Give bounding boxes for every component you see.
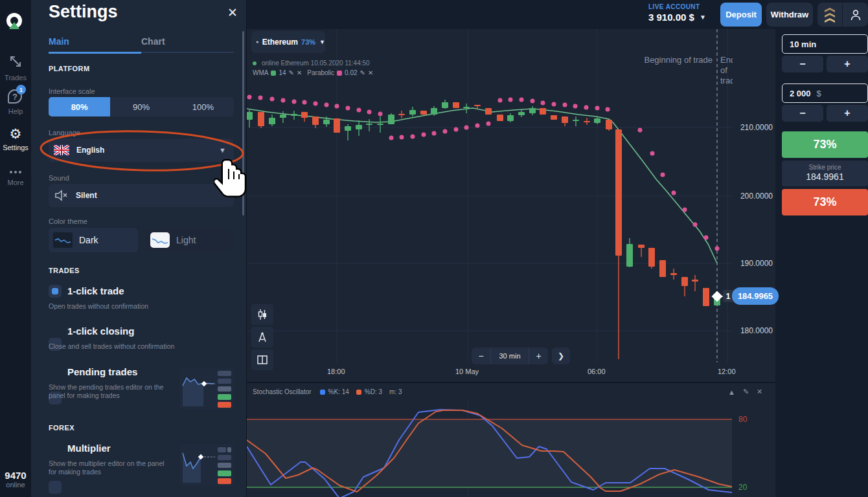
sidebar-item-more[interactable]: More — [0, 167, 31, 186]
buy-up-button[interactable]: 73% — [782, 131, 868, 158]
tab-main[interactable]: Main — [49, 36, 69, 47]
level-high-label: 80 — [738, 415, 747, 424]
multiplier-checkbox[interactable] — [49, 481, 62, 494]
layout-button[interactable] — [251, 349, 273, 370]
wma-value: 14 — [279, 69, 286, 76]
begin-of-trade-label: Beginning of trade — [635, 55, 713, 65]
timeframe-plus-button[interactable]: + — [529, 348, 548, 364]
m-value: m: 3 — [389, 388, 402, 395]
duration-minus-button[interactable]: − — [782, 56, 823, 72]
time-label: 06:00 — [588, 368, 606, 375]
asset-name: Ethereum — [262, 38, 298, 47]
sidebar-item-trades[interactable]: Trades — [0, 54, 31, 82]
close-icon[interactable]: ✕ — [227, 5, 238, 20]
indicator-row: WMA 14 ✎ ✕ Parabolic 0.02 ✎ ✕ — [253, 69, 373, 76]
sidebar-item-label: More — [0, 179, 31, 186]
interface-scale-control: 80% 90% 100% — [49, 97, 234, 116]
asset-status-text: online Ethereum 10.05.2020 11:44:50 — [262, 60, 370, 67]
chevron-down-icon: ▼ — [219, 146, 226, 154]
close-icon[interactable]: ✕ — [757, 388, 762, 396]
duration-input[interactable]: 10 min — [782, 34, 868, 54]
help-badge: 1 — [16, 85, 26, 94]
price-chart[interactable] — [247, 29, 732, 362]
settings-title: Settings — [49, 2, 118, 22]
deposit-button[interactable]: Deposit — [720, 3, 762, 27]
timeframe-value[interactable]: 30 min — [491, 348, 529, 364]
asset-selector[interactable]: Ethereum 73% ▼ — [251, 31, 325, 53]
light-theme-thumbnail-icon — [150, 232, 170, 248]
top-header: LIVE ACCOUNT 3 910.00 $ ▼ Deposit Withdr… — [247, 0, 868, 29]
sidebar-item-help[interactable]: ? 1 Help — [0, 89, 31, 115]
account-balance[interactable]: 3 910.00 $ ▼ — [648, 12, 706, 23]
panel-scrollbar[interactable] — [242, 31, 244, 215]
chevron-right-icon: ❯ — [552, 348, 570, 364]
language-label: Language — [49, 129, 80, 137]
chevron-down-icon: ▼ — [319, 39, 325, 45]
k-color-swatch — [320, 390, 325, 395]
app-logo[interactable] — [5, 12, 25, 35]
pending-trades-desc: Show the pending trades editor on the pa… — [49, 383, 175, 400]
d-value: %D: 3 — [365, 388, 382, 395]
duration-plus-button[interactable]: + — [827, 56, 868, 72]
achievements-button[interactable] — [817, 3, 842, 27]
amount-plus-button[interactable]: + — [827, 105, 868, 122]
interface-scale-label: Interface scale — [49, 87, 95, 95]
collapse-icon[interactable]: ▲ — [728, 388, 735, 396]
forex-heading: FOREX — [49, 424, 74, 432]
color-theme-label: Color theme — [49, 217, 87, 225]
chart-type-button[interactable] — [251, 304, 273, 325]
time-label: 18:00 — [327, 368, 345, 375]
multiplier-label: Multiplier — [67, 443, 111, 454]
uk-flag-icon — [54, 145, 69, 155]
theme-light-button[interactable]: Light — [146, 228, 234, 252]
amount-minus-button[interactable]: − — [782, 105, 823, 122]
speaker-muted-icon — [54, 190, 69, 201]
sound-label: Sound — [49, 174, 69, 182]
settings-panel: Settings ✕ Main Chart PLATFORM Interface… — [31, 0, 247, 497]
sound-value: Silent — [76, 191, 97, 200]
profile-button[interactable] — [843, 3, 868, 27]
theme-dark-button[interactable]: Dark — [49, 228, 138, 252]
scroll-right-button[interactable]: ❯ — [552, 348, 570, 364]
drawing-tools-button[interactable] — [251, 327, 273, 348]
parabolic-edit-icon[interactable]: ✎ — [360, 69, 365, 76]
wma-label: WMA — [253, 69, 268, 76]
edit-icon[interactable]: ✎ — [743, 388, 749, 396]
theme-dark-label: Dark — [79, 235, 98, 245]
buy-down-button[interactable]: 73% — [782, 189, 868, 215]
one-click-trade-desc: Open trades without confirmation — [49, 302, 204, 311]
tab-chart[interactable]: Chart — [141, 36, 165, 47]
scale-option-90[interactable]: 90% — [110, 97, 172, 116]
time-label: 12:00 — [718, 368, 736, 375]
k-value: %K: 14 — [328, 388, 349, 395]
platform-heading: PLATFORM — [49, 65, 90, 72]
oscillator-divider — [247, 382, 775, 383]
parabolic-remove-icon[interactable]: ✕ — [368, 69, 373, 76]
trade-panel: 10 min − + 2 000 $ − + 73% Strike price … — [775, 29, 868, 497]
scale-option-80[interactable]: 80% — [49, 97, 110, 116]
pending-trades-label: Pending trades — [67, 366, 137, 377]
one-click-trade-checkbox[interactable] — [49, 285, 62, 298]
candlestick-icon — [257, 309, 268, 320]
wma-color-swatch — [271, 71, 276, 76]
language-value: English — [76, 146, 104, 155]
amount-input[interactable]: 2 000 $ — [782, 83, 868, 103]
wma-remove-icon[interactable]: ✕ — [297, 69, 302, 76]
one-click-closing-desc: Close and sell trades without confirmati… — [49, 342, 204, 351]
withdraw-button[interactable]: Withdraw — [766, 3, 813, 27]
more-dots-icon — [0, 167, 31, 173]
sidebar-item-settings[interactable]: ⚙ Settings — [0, 127, 31, 151]
d-color-swatch — [356, 390, 361, 395]
tab-active-indicator — [49, 52, 141, 54]
online-count: 9470 — [0, 470, 31, 481]
wma-edit-icon[interactable]: ✎ — [289, 69, 294, 76]
sidebar-item-label: Trades — [0, 74, 31, 82]
language-select[interactable]: English ▼ — [49, 138, 234, 162]
sound-select[interactable]: Silent — [49, 184, 234, 207]
oscillator-chart[interactable] — [247, 401, 732, 497]
strike-price-value: 184.9961 — [782, 171, 868, 182]
asset-payout: 73% — [301, 38, 315, 46]
price-label: 210.0000 — [734, 123, 773, 132]
timeframe-minus-button[interactable]: − — [472, 348, 491, 364]
scale-option-100[interactable]: 100% — [172, 97, 234, 116]
